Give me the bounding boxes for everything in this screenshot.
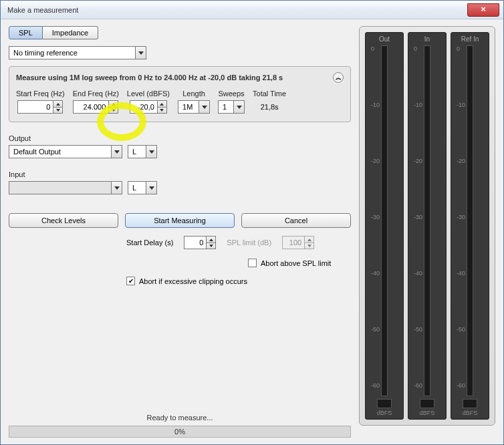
end-freq-input[interactable] — [73, 100, 118, 114]
check-levels-button[interactable]: Check Levels — [9, 213, 118, 228]
meter-tick: 0 — [371, 45, 374, 52]
spinner-down-icon[interactable] — [207, 243, 216, 249]
abort-spl-checkbox[interactable] — [248, 259, 257, 267]
meter-tick: -50 — [414, 326, 422, 333]
spinner-down-icon[interactable] — [158, 107, 167, 114]
sweeps-select[interactable]: 1 — [218, 100, 245, 114]
meter-out: Out0-10-20-30-40-50-60dBFS — [365, 32, 404, 420]
sweep-panel: Measure using 1M log sweep from 0 Hz to … — [9, 66, 351, 122]
chevron-down-icon — [111, 182, 122, 194]
meter-tick: -10 — [457, 102, 465, 108]
meter-tick: -30 — [414, 214, 422, 220]
titlebar: Make a measurement × — [1, 1, 503, 19]
input-device-select[interactable] — [9, 181, 122, 194]
end-freq-label: End Freq (Hz) — [73, 90, 119, 98]
meter-unit: dBFS — [377, 410, 392, 416]
spinner-up-icon — [305, 236, 314, 243]
spinner-up-icon[interactable] — [158, 100, 167, 107]
spinner-up-icon[interactable] — [207, 236, 216, 243]
meter-tick: -50 — [371, 326, 380, 333]
measurement-window: Make a measurement × SPL Impedance No ti… — [0, 0, 504, 445]
meter-tick: 0 — [457, 45, 460, 52]
level-label: Level (dBFS) — [127, 90, 170, 98]
output-device-select[interactable]: Default Output — [9, 145, 122, 158]
collapse-icon[interactable]: ︽ — [333, 72, 344, 83]
level-field[interactable] — [130, 100, 158, 114]
meter-tick: -20 — [371, 158, 380, 164]
length-value: 1M — [178, 103, 199, 111]
length-select[interactable]: 1M — [178, 100, 210, 114]
close-button[interactable]: × — [467, 3, 499, 17]
chevron-down-icon — [233, 101, 244, 113]
input-channel-value: L — [128, 184, 146, 192]
output-device-value: Default Output — [9, 148, 111, 156]
start-freq-input[interactable] — [17, 100, 63, 114]
meter-tick: -10 — [371, 102, 380, 108]
chevron-down-icon — [199, 101, 209, 113]
tab-impedance[interactable]: Impedance — [43, 26, 98, 39]
meter-tick: -40 — [414, 270, 422, 277]
chevron-down-icon — [146, 146, 156, 158]
total-time-value: 21,8s — [261, 100, 279, 114]
meter-tick: -30 — [371, 214, 380, 220]
meter-tick: -40 — [457, 270, 465, 277]
meter-unit: dBFS — [463, 410, 478, 416]
abort-clip-label: Abort if excessive clipping occurs — [139, 277, 247, 285]
meter-tick: -60 — [457, 382, 465, 389]
progress-bar: 0% — [9, 426, 351, 438]
window-title: Make a measurement — [7, 6, 467, 14]
total-time-label: Total Time — [253, 90, 286, 98]
start-delay-input[interactable] — [184, 236, 216, 249]
spinner-down-icon[interactable] — [109, 107, 118, 114]
meter-tick: -20 — [414, 158, 422, 164]
start-measuring-button[interactable]: Start Measuring — [125, 213, 235, 228]
meter-peak — [420, 399, 434, 408]
timing-reference-value: No timing reference — [9, 49, 135, 57]
spl-limit-input — [282, 236, 314, 249]
start-delay-field[interactable] — [184, 236, 207, 249]
meter-tick: -60 — [414, 382, 422, 389]
output-channel-value: L — [128, 148, 146, 156]
meter-tick: -60 — [371, 382, 380, 389]
meter-title: Out — [379, 35, 390, 43]
spinner-down-icon — [305, 243, 314, 249]
meter-peak — [377, 399, 392, 408]
spl-limit-label: SPL limit (dB) — [227, 239, 271, 247]
meter-tick: 0 — [414, 45, 417, 52]
abort-spl-label: Abort above SPL limit — [261, 259, 331, 267]
spinner-down-icon[interactable] — [53, 107, 63, 114]
output-label: Output — [9, 134, 351, 142]
input-channel-select[interactable]: L — [128, 181, 157, 194]
chevron-down-icon — [146, 182, 156, 194]
sweeps-value: 1 — [219, 103, 233, 111]
chevron-down-icon — [111, 146, 122, 158]
tab-spl[interactable]: SPL — [9, 26, 43, 39]
meter-peak — [463, 399, 477, 408]
meter-title: Ref In — [461, 35, 479, 43]
meter-ref-in: Ref In0-10-20-30-40-50-60dBFS — [451, 32, 489, 420]
sweep-summary: Measure using 1M log sweep from 0 Hz to … — [16, 73, 283, 82]
start-freq-field[interactable] — [17, 100, 53, 114]
abort-clip-checkbox[interactable]: ✔ — [126, 277, 135, 285]
level-meters: Out0-10-20-30-40-50-60dBFSIn0-10-20-30-4… — [359, 26, 495, 426]
meter-tick: -40 — [371, 270, 380, 277]
sweeps-label: Sweeps — [218, 90, 244, 98]
cancel-button[interactable]: Cancel — [241, 213, 351, 228]
meter-tick: -10 — [414, 102, 422, 108]
meter-tick: -50 — [457, 326, 465, 333]
input-label: Input — [9, 170, 351, 178]
spl-limit-field — [282, 236, 305, 249]
spinner-up-icon[interactable] — [53, 100, 63, 107]
mode-tabs: SPL Impedance — [9, 26, 351, 39]
meter-title: In — [424, 35, 430, 43]
end-freq-field[interactable] — [73, 100, 109, 114]
timing-reference-select[interactable]: No timing reference — [9, 46, 146, 59]
length-label: Length — [182, 90, 205, 98]
spinner-up-icon[interactable] — [109, 100, 118, 107]
meter-unit: dBFS — [420, 410, 435, 416]
meter-in: In0-10-20-30-40-50-60dBFS — [408, 32, 447, 420]
output-channel-select[interactable]: L — [128, 145, 157, 158]
start-freq-label: Start Freq (Hz) — [16, 90, 65, 98]
level-input[interactable] — [130, 100, 167, 114]
status-text: Ready to measure... — [9, 414, 351, 422]
